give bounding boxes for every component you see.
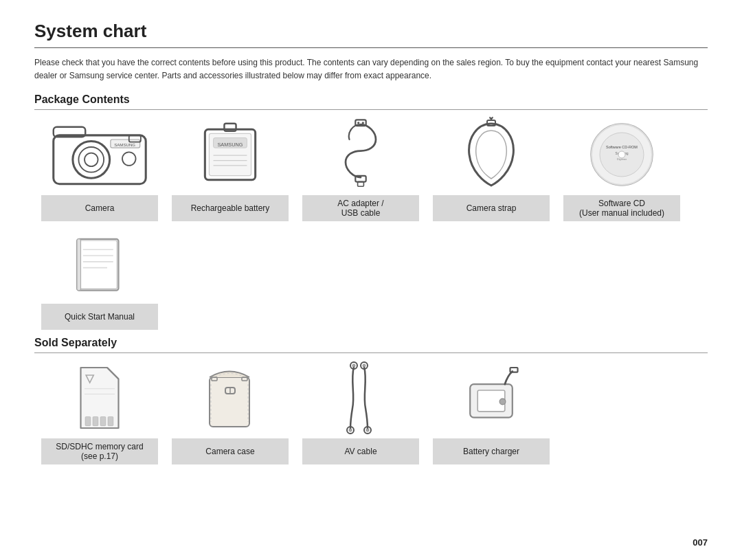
package-contents-heading: Package Contents [34, 93, 708, 110]
svg-point-19 [362, 122, 364, 124]
cd-image: Software CD-ROM Samsung Digimax [563, 117, 680, 192]
case-image [172, 360, 289, 436]
battery-image: SAMSUNG [172, 117, 289, 192]
item-cd: Software CD-ROM Samsung Digimax Software… [556, 117, 687, 221]
sold-separately-heading: Sold Separately [34, 337, 708, 353]
item-camera: SAMSUNG Camera [34, 117, 165, 221]
page-number: 007 [693, 537, 708, 548]
booklet-label: Quick Start Manual [41, 304, 158, 330]
svg-text:SAMSUNG: SAMSUNG [217, 142, 243, 148]
avcable-image [302, 360, 419, 436]
svg-point-54 [352, 364, 355, 367]
svg-point-63 [499, 399, 506, 405]
svg-rect-38 [77, 239, 81, 291]
sdcard-image [41, 360, 158, 436]
svg-point-31 [618, 151, 625, 158]
svg-rect-41 [100, 417, 106, 426]
battery-label: Rechargeable battery [172, 195, 289, 221]
item-case: Camera case [165, 360, 295, 464]
svg-rect-40 [93, 417, 98, 426]
item-sdcard: SD/SDHC memory card (see p.17) [34, 360, 165, 464]
package-row-1: SAMSUNG Camera SAMSUNG [34, 117, 708, 221]
charger-image [433, 360, 550, 436]
svg-text:Software CD-ROM: Software CD-ROM [606, 145, 638, 149]
item-strap: Camera strap [426, 117, 556, 221]
item-battery: SAMSUNG Rechargeable battery [165, 117, 295, 221]
svg-rect-64 [510, 368, 518, 372]
item-avcable: AV cable [295, 360, 426, 464]
package-contents-section: Package Contents SAMSUNG [34, 93, 708, 330]
svg-rect-33 [78, 240, 117, 289]
sdcard-label: SD/SDHC memory card (see p.17) [41, 438, 158, 464]
sold-row-1: SD/SDHC memory card (see p.17) [34, 360, 708, 464]
svg-text:SAMSUNG: SAMSUNG [114, 142, 135, 147]
svg-point-60 [366, 429, 369, 432]
svg-rect-42 [108, 417, 113, 426]
charger-label: Battery charger [433, 438, 550, 464]
intro-text: Please check that you have the correct c… [34, 56, 708, 82]
cable-label: AC adapter / USB cable [302, 195, 419, 221]
camera-image: SAMSUNG [41, 117, 158, 192]
strap-label: Camera strap [433, 195, 550, 221]
svg-rect-46 [210, 377, 249, 427]
item-charger: Battery charger [426, 360, 556, 464]
booklet-image [41, 225, 158, 301]
avcable-label: AV cable [302, 438, 419, 464]
cable-image [302, 117, 419, 192]
cd-label: Software CD (User manual included) [563, 195, 680, 221]
item-booklet: Quick Start Manual [34, 225, 165, 330]
strap-image [433, 117, 550, 192]
case-label: Camera case [172, 438, 289, 464]
package-row-2: Quick Start Manual [34, 225, 708, 330]
page-title: System chart [34, 21, 708, 48]
item-cable: AC adapter / USB cable [295, 117, 426, 221]
svg-point-3 [85, 153, 98, 167]
svg-point-2 [78, 147, 104, 172]
sold-separately-section: Sold Separately [34, 337, 708, 464]
svg-point-58 [349, 429, 352, 432]
svg-rect-39 [85, 417, 91, 426]
svg-point-56 [363, 364, 366, 367]
svg-point-7 [122, 153, 136, 166]
svg-point-18 [357, 122, 359, 124]
camera-label: Camera [41, 195, 158, 221]
